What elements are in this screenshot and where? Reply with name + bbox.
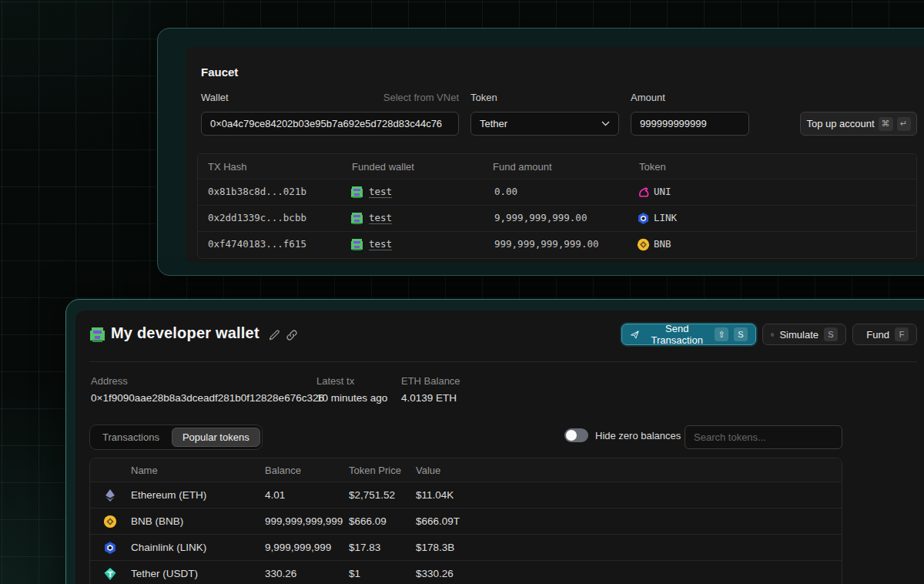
pixel-wallet-icon (89, 327, 105, 343)
token-name: Ethereum (ETH) (131, 489, 206, 501)
chainlink-icon (637, 212, 650, 225)
table-row: BNB (BNB) 999,999,999,999 $666.09 $666.0… (90, 508, 842, 535)
copy-link-icon[interactable] (285, 328, 299, 342)
desktop-background: Faucet Wallet Select from VNet Token Amo… (0, 0, 924, 584)
pixel-wallet-icon (350, 186, 363, 199)
select-from-vnet-link[interactable]: Select from VNet (383, 92, 459, 103)
token-name: Chainlink (LINK) (131, 542, 206, 553)
amount-input[interactable] (631, 112, 749, 136)
token-balance: 9,999,999,999 (265, 542, 331, 553)
pixel-wallet-icon (350, 238, 363, 251)
bnb-icon (637, 238, 650, 251)
token-value: $666.09T (416, 515, 460, 527)
ethereum-icon (103, 488, 117, 502)
hide-zero-balances-toggle[interactable] (564, 428, 588, 442)
f-key-icon: F (895, 327, 909, 341)
wallet-card: My developer wallet Send Transaction ⇧ S (75, 310, 924, 584)
edit-pencil-icon[interactable] (267, 328, 281, 342)
faucet-title: Faucet (201, 65, 238, 79)
token-balance: 4.01 (265, 489, 285, 501)
table-row: Tether (USDT) 330.26 $1 $330.26 (90, 561, 842, 584)
col-value: Value (416, 465, 440, 476)
token-symbol: UNI (654, 186, 671, 197)
play-circle-icon (771, 329, 774, 341)
funded-wallet-link[interactable]: test (369, 238, 392, 250)
shift-key-icon: ⇧ (715, 327, 728, 341)
token-balance: 999,999,999,999 (265, 515, 343, 527)
simulate-button[interactable]: Simulate S (762, 324, 846, 345)
tx-hash: 0x81b38c8d...021b (208, 186, 306, 197)
popular-tokens-table: Name Balance Token Price Value Ethereum … (89, 458, 842, 584)
table-row: 0x2dd1339c...bcbb test 9,999,999,999.00 … (198, 206, 916, 232)
funded-wallet-link[interactable]: test (369, 186, 392, 198)
token-value: $330.26 (416, 568, 454, 579)
tab-popular-tokens[interactable]: Popular tokens (172, 428, 260, 447)
return-key-icon: ↵ (897, 117, 911, 131)
token-select-value: Tether (480, 118, 507, 129)
fund-button[interactable]: Fund F (852, 324, 917, 345)
send-transaction-label: Send Transaction (644, 323, 709, 346)
chainlink-icon (103, 541, 117, 555)
s-key-icon: S (734, 327, 748, 341)
token-balance: 330.26 (265, 568, 296, 579)
search-tokens-input[interactable] (685, 425, 842, 449)
col-token-price: Token Price (349, 465, 401, 476)
hide-zero-balances-label: Hide zero balances (595, 430, 681, 441)
faucet-transactions-table: TX Hash Funded wallet Fund amount Token … (197, 153, 917, 259)
col-balance: Balance (265, 465, 301, 476)
top-up-account-label: Top up account (806, 118, 874, 129)
simulate-label: Simulate (779, 329, 819, 341)
amount-field-label: Amount (631, 92, 665, 103)
wallet-title: My developer wallet (111, 324, 259, 342)
table-row: 0x81b38c8d...021b test 0.00 UNI (198, 180, 916, 206)
chevron-down-icon (601, 121, 610, 126)
token-price: $1 (349, 568, 360, 579)
wallet-field-label: Wallet (201, 92, 229, 103)
token-value: $178.3B (416, 542, 454, 553)
col-tx-hash: TX Hash (208, 161, 247, 173)
eth-balance-label: ETH Balance (401, 375, 460, 387)
token-select[interactable]: Tether (470, 112, 619, 136)
latest-tx-value: 10 minutes ago (316, 392, 387, 404)
eth-balance-value: 4.0139 ETH (401, 392, 457, 404)
bnb-icon (103, 515, 117, 529)
header-divider (89, 361, 917, 362)
wallet-tabs: Transactions Popular tokens (89, 425, 263, 450)
paper-plane-icon (630, 329, 639, 341)
command-key-icon: ⌘ (879, 117, 893, 131)
table-row: Chainlink (LINK) 9,999,999,999 $17.83 $1… (90, 535, 842, 561)
col-token: Token (639, 161, 666, 173)
tokens-table-header: Name Balance Token Price Value (90, 458, 842, 482)
token-symbol: LINK (654, 212, 677, 223)
s-key-icon: S (824, 327, 838, 341)
token-price: $17.83 (349, 542, 380, 553)
faucet-table-header: TX Hash Funded wallet Fund amount Token (198, 154, 916, 180)
token-value: $11.04K (416, 489, 454, 501)
table-row: 0xf4740183...f615 test 999,999,999,999.0… (198, 232, 916, 258)
fund-amount: 999,999,999,999.00 (494, 238, 598, 250)
fund-label: Fund (866, 329, 889, 341)
pixel-wallet-icon (350, 212, 363, 225)
funded-wallet-link[interactable]: test (369, 212, 392, 224)
token-field-label: Token (470, 92, 497, 103)
token-symbol: BNB (654, 238, 671, 250)
token-name: BNB (BNB) (131, 515, 183, 527)
tx-hash: 0xf4740183...f615 (208, 238, 306, 250)
col-funded-wallet: Funded wallet (352, 161, 414, 173)
col-name: Name (131, 465, 158, 476)
toggle-knob (566, 430, 577, 441)
latest-tx-label: Latest tx (316, 375, 354, 387)
table-row: Ethereum (ETH) 4.01 $2,751.52 $11.04K (90, 482, 842, 508)
token-price: $666.09 (349, 515, 387, 527)
wallet-address-input[interactable] (201, 112, 459, 136)
top-up-account-button[interactable]: Top up account ⌘ ↵ (800, 112, 917, 136)
address-value: 0×1f9090aae28b8a3dceadf281b0f12828e676c3… (91, 392, 324, 404)
faucet-window: Faucet Wallet Select from VNet Token Amo… (157, 28, 924, 276)
tab-transactions[interactable]: Transactions (92, 428, 170, 447)
fund-amount: 9,999,999,999.00 (494, 212, 587, 223)
tx-hash: 0x2dd1339c...bcbb (208, 212, 306, 223)
tether-icon (103, 567, 117, 581)
uniswap-icon (637, 186, 650, 199)
send-transaction-button[interactable]: Send Transaction ⇧ S (621, 324, 756, 345)
wallet-window: My developer wallet Send Transaction ⇧ S (65, 299, 924, 584)
